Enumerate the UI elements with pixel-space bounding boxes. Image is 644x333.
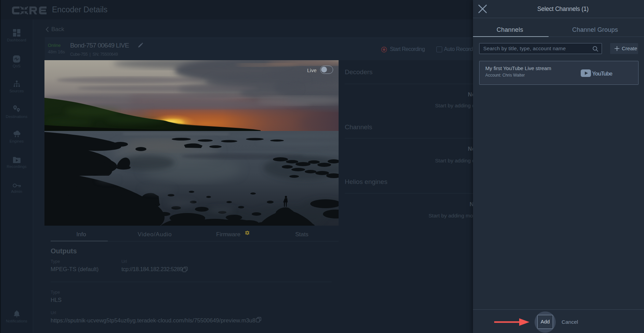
svg-text:YouTube: YouTube [592, 70, 613, 77]
